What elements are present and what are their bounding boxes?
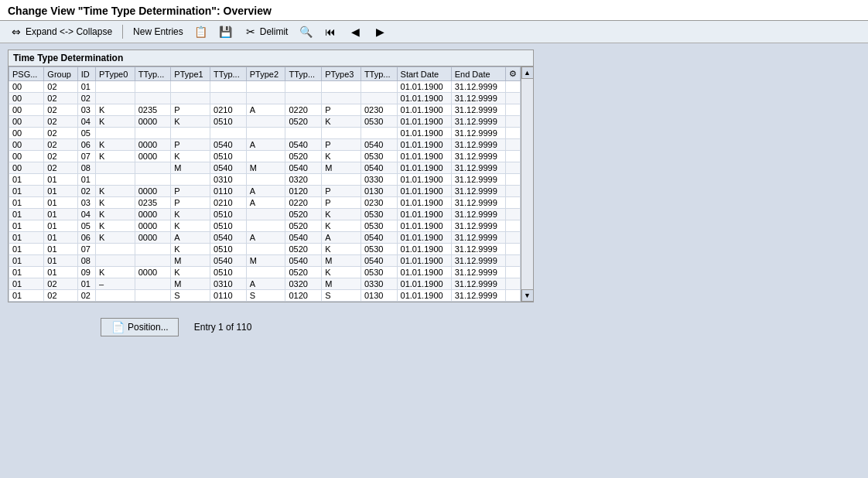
table-cell: 31.12.9999 (451, 104, 505, 116)
table-cell: 0510 (210, 209, 247, 220)
table-cell: 01 (44, 174, 77, 186)
table-cell: 0235 (135, 197, 171, 209)
table-row[interactable]: 010106K0000A0540A0540A054001.01.190031.1… (9, 232, 521, 244)
new-entries-button[interactable]: New Entries (130, 25, 186, 39)
table-cell: A (246, 139, 285, 151)
table-cell: 0510 (210, 267, 247, 278)
table-cell: 0540 (361, 139, 397, 151)
scroll-down-button[interactable]: ▼ (521, 289, 534, 302)
table-row[interactable]: 010103K0235P0210A0220P023001.01.190031.1… (9, 197, 521, 209)
table-row[interactable]: 010201–M0310A0320M033001.01.190031.12.99… (9, 278, 521, 290)
table-cell: 31.12.9999 (451, 232, 505, 244)
table-cell: K (322, 244, 361, 255)
table-row[interactable]: 000208M0540M0540M054001.01.190031.12.999… (9, 162, 521, 174)
table-row[interactable]: 010108M0540M0540M054001.01.190031.12.999… (9, 255, 521, 267)
table-row[interactable]: 01010103100320033001.01.190031.12.9999 (9, 174, 521, 186)
find-button[interactable]: 🔍 (296, 24, 316, 39)
save-icon: 💾 (219, 26, 233, 38)
table-cell: 01.01.1900 (397, 139, 451, 151)
table-cell: 01 (44, 186, 77, 197)
table-row[interactable]: 00020201.01.190031.12.9999 (9, 93, 521, 104)
table-cell: 0110 (210, 186, 247, 197)
table-cell: 07 (77, 151, 95, 162)
prev-button[interactable]: ◀ (345, 24, 365, 39)
table-cell: 31.12.9999 (451, 151, 505, 162)
table-cell: P (322, 186, 361, 197)
table-cell: 01 (44, 244, 77, 255)
table-cell: 02 (44, 104, 77, 116)
table-cell: 01 (44, 267, 77, 278)
table-cell-extra (506, 81, 521, 93)
position-button[interactable]: 📄 Position... (101, 318, 179, 336)
delimit-button[interactable]: ✂ Delimit (241, 24, 292, 39)
table-cell (135, 174, 171, 186)
table-cell: 01.01.1900 (397, 151, 451, 162)
table-cell: K (95, 104, 135, 116)
main-content: Time Type Determination PSG... Group ID … (0, 43, 868, 343)
table-cell: 0210 (210, 104, 247, 116)
table-cell (322, 81, 361, 93)
table-cell-extra (506, 267, 521, 278)
table-cell: 31.12.9999 (451, 162, 505, 174)
first-button[interactable]: ⏮ (320, 24, 340, 39)
next-icon: ▶ (373, 26, 387, 38)
col-settings[interactable]: ⚙ (506, 67, 521, 81)
table-cell: 02 (44, 278, 77, 290)
table-cell-extra (506, 93, 521, 104)
copy-button[interactable]: 📋 (191, 24, 211, 39)
table-cell-extra (506, 128, 521, 139)
table-row[interactable]: 010107K05100520K053001.01.190031.12.9999 (9, 244, 521, 255)
col-end-date: End Date (451, 67, 505, 81)
table-cell (95, 255, 135, 267)
next-button[interactable]: ▶ (370, 24, 390, 39)
scroll-area[interactable]: PSG... Group ID PType0 TTyp... PType1 TT… (9, 67, 521, 302)
table-cell: 0000 (135, 232, 171, 244)
table-cell: 0530 (361, 151, 397, 162)
table-cell: 31.12.9999 (451, 278, 505, 290)
table-title: Time Type Determination (9, 50, 533, 67)
table-cell: K (95, 151, 135, 162)
table-row[interactable]: 000203K0235P0210A0220P023001.01.190031.1… (9, 104, 521, 116)
table-row[interactable]: 010104K0000K05100520K053001.01.190031.12… (9, 209, 521, 220)
table-cell: 0520 (285, 116, 322, 128)
table-row[interactable]: 010102K0000P0110A0120P013001.01.190031.1… (9, 186, 521, 197)
table-cell (285, 93, 322, 104)
table-cell: K (171, 116, 210, 128)
table-row[interactable]: 000207K0000K05100520K053001.01.190031.12… (9, 151, 521, 162)
table-cell: K (95, 267, 135, 278)
table-row[interactable]: 010105K0000K05100520K053001.01.190031.12… (9, 220, 521, 232)
table-cell-extra (506, 290, 521, 302)
table-cell: 0530 (361, 209, 397, 220)
table-cell: 31.12.9999 (451, 174, 505, 186)
scrollbar-track[interactable] (521, 79, 533, 289)
table-cell: 0330 (361, 174, 397, 186)
table-cell: M (246, 162, 285, 174)
table-cell: K (95, 186, 135, 197)
table-row[interactable]: 000204K0000K05100520K053001.01.190031.12… (9, 116, 521, 128)
table-row[interactable]: 010202S0110S0120S013001.01.190031.12.999… (9, 290, 521, 302)
table-cell: 02 (44, 81, 77, 93)
table-cell: 0540 (361, 255, 397, 267)
table-cell: K (95, 220, 135, 232)
expand-collapse-button[interactable]: ⇔ Expand <-> Collapse (6, 24, 115, 39)
table-cell: 0230 (361, 104, 397, 116)
table-row[interactable]: 010109K0000K05100520K053001.01.190031.12… (9, 267, 521, 278)
table-cell: 31.12.9999 (451, 244, 505, 255)
table-cell: 09 (77, 267, 95, 278)
scroll-up-button[interactable]: ▲ (521, 67, 534, 79)
table-cell: 31.12.9999 (451, 255, 505, 267)
table-cell: 00 (9, 151, 44, 162)
save-button[interactable]: 💾 (216, 24, 236, 39)
table-cell: M (171, 162, 210, 174)
table-row[interactable]: 00020101.01.190031.12.9999 (9, 81, 521, 93)
table-cell (171, 174, 210, 186)
table-cell: 01 (77, 81, 95, 93)
table-row[interactable]: 00020501.01.190031.12.9999 (9, 128, 521, 139)
table-cell: S (322, 290, 361, 302)
table-cell: 01 (77, 174, 95, 186)
table-cell: K (322, 267, 361, 278)
table-cell (246, 151, 285, 162)
table-row[interactable]: 000206K0000P0540A0540P054001.01.190031.1… (9, 139, 521, 151)
table-cell: 0510 (210, 116, 247, 128)
scrollbar[interactable]: ▲ ▼ (521, 67, 533, 302)
